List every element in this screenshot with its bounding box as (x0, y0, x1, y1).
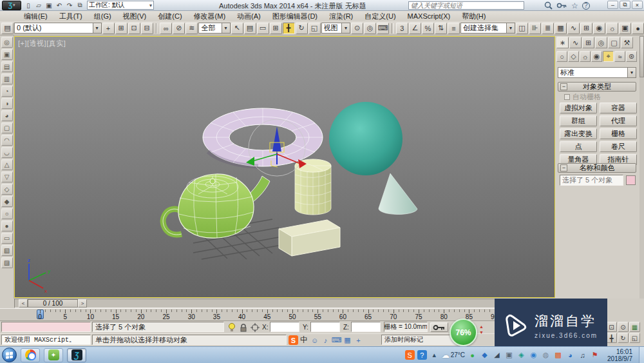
close-button[interactable]: × (632, 1, 643, 9)
time-slider-handle[interactable]: < 0 / 100 > (19, 299, 87, 308)
subtab-lights[interactable]: ☼ (580, 51, 591, 62)
helper-category-combo[interactable]: 标准▾ (558, 67, 636, 78)
named-selection-combo[interactable]: 创建选择集▾ (460, 23, 515, 34)
select-move-icon[interactable]: ╋ (283, 23, 295, 34)
absolute-mode-icon[interactable] (250, 322, 260, 332)
layer-props-icon[interactable]: ⊟ (141, 23, 153, 34)
render-production-icon[interactable]: ● (632, 23, 644, 34)
weather-widget[interactable]: ☁27°C (442, 351, 465, 360)
left-toolbar-icon[interactable]: ◠ (1, 135, 13, 146)
spinner-snap-icon[interactable]: ⇅ (435, 23, 447, 34)
key-icon[interactable] (556, 2, 567, 9)
menu-item[interactable]: 工具(T) (53, 11, 88, 22)
curve-editor-icon[interactable]: ∿ (567, 23, 580, 34)
sogou-voice-icon[interactable]: ♪ (321, 335, 330, 345)
help-tray-icon[interactable]: ? (417, 350, 427, 360)
menu-item[interactable]: 帮助(H) (456, 11, 491, 22)
subtab-helpers[interactable]: ⌖ (603, 51, 614, 62)
coord-system-combo[interactable]: 视图▾ (321, 23, 351, 34)
left-toolbar-icon[interactable]: ○ (1, 208, 13, 219)
y-coordinate-field[interactable] (310, 322, 340, 332)
object-name-field[interactable]: 选择了 5 个对象 (560, 175, 623, 186)
left-toolbar-icon[interactable]: ◑ (1, 98, 13, 109)
left-toolbar-icon[interactable]: ◡ (1, 147, 13, 158)
new-scene-button[interactable]: ▯ (23, 1, 33, 10)
ime-mode-indicator[interactable]: 中 (300, 335, 308, 346)
spinner-arrows[interactable]: ▲▼ (479, 324, 484, 335)
window-crossing-icon[interactable]: ⊞ (270, 23, 282, 34)
zoom-extents-icon[interactable]: ⊡ (606, 322, 617, 332)
left-toolbar-icon[interactable]: ▣ (1, 49, 13, 60)
start-button[interactable] (2, 348, 17, 362)
menu-item[interactable]: 创建(C) (152, 11, 187, 22)
volume-icon[interactable]: ♫ (578, 350, 587, 360)
selection-lock-icon[interactable] (238, 322, 249, 332)
select-object-icon[interactable]: ↖ (231, 23, 243, 34)
sogou-emoji-icon[interactable]: ☺ (310, 335, 319, 345)
left-toolbar-icon[interactable]: △ (1, 159, 13, 170)
viewport-label[interactable]: [+][透视][真实] (18, 39, 66, 48)
left-toolbar-icon[interactable]: ▽ (1, 172, 13, 182)
helper-object-button[interactable]: 露出变换 (560, 128, 597, 139)
maximize-viewport-icon[interactable]: ◱ (629, 333, 640, 343)
tab-display[interactable]: ▢ (608, 37, 620, 48)
helper-object-button[interactable]: 代理 (600, 115, 637, 126)
layer-combo[interactable]: 0 (默认)▾ (14, 23, 102, 34)
select-rotate-icon[interactable]: ↻ (296, 23, 308, 34)
rendered-frame-icon[interactable]: ▣ (619, 23, 631, 34)
tab-modify[interactable]: ∿ (569, 37, 582, 48)
helper-object-button[interactable]: 点 (560, 141, 597, 152)
kbd-override-icon[interactable]: ⌨ (377, 23, 389, 34)
spin-down-icon[interactable]: ▼ (479, 330, 484, 335)
time-slider-track[interactable]: < 0 / 100 > (14, 299, 555, 308)
field-of-view-icon[interactable]: ⊙ (618, 322, 629, 332)
selection-filter-combo[interactable]: 全部▾ (198, 23, 230, 34)
redo-button[interactable]: ↷ (64, 1, 75, 10)
tab-utilities[interactable]: ⚒ (621, 37, 633, 48)
tray-icon-orange[interactable]: ▩ (553, 350, 563, 360)
add-to-layer-icon[interactable]: ⊞ (115, 23, 128, 34)
sogou-logo-icon[interactable]: S (289, 335, 298, 345)
menu-item[interactable]: 自定义(U) (359, 11, 401, 22)
sphere-object[interactable] (329, 102, 402, 175)
align-icon[interactable]: ⊪ (529, 23, 541, 34)
ribbon-icon[interactable]: ▦ (554, 23, 567, 34)
edit-selsets-icon[interactable]: ≡ (448, 23, 460, 34)
maxscript-mini-listener[interactable] (1, 322, 91, 332)
left-toolbar-icon[interactable]: ▤ (1, 61, 13, 72)
left-toolbar-icon[interactable]: ▢ (1, 123, 13, 133)
search-icon[interactable] (544, 1, 553, 10)
subtab-cameras[interactable]: ◉ (591, 51, 602, 62)
taskbar-clock[interactable]: 16:01 2018/9/7 (607, 348, 632, 362)
tray-expand-icon[interactable]: ▴ (430, 350, 439, 360)
left-toolbar-icon[interactable]: ◕ (1, 110, 13, 121)
menu-item[interactable]: 视图(V) (117, 11, 153, 22)
action-center-flag-icon[interactable]: ⚑ (590, 350, 600, 360)
render-setup-icon[interactable]: ☼ (606, 23, 618, 34)
select-scale-icon[interactable]: ◱ (308, 23, 321, 34)
helper-object-button[interactable]: 栅格 (600, 128, 637, 139)
z-coordinate-field[interactable] (351, 322, 381, 332)
left-toolbar-icon[interactable]: ● (1, 221, 13, 231)
select-in-layer-icon[interactable]: ⊡ (128, 23, 140, 34)
collapse-icon[interactable]: − (560, 164, 567, 172)
help-icon[interactable]: ? (582, 2, 590, 10)
rect-region-icon[interactable]: ▭ (257, 23, 269, 34)
tray-icon-circle[interactable]: ◉ (529, 350, 538, 360)
sogou-toolbox-icon[interactable]: ▦ (343, 335, 352, 345)
prev-frame-button[interactable]: < (19, 299, 28, 308)
undo-button[interactable]: ↶ (54, 1, 64, 10)
taskbar-chrome-button[interactable] (21, 348, 40, 362)
new-layer-icon[interactable]: + (102, 23, 115, 34)
left-toolbar-icon[interactable]: ◔ (1, 86, 13, 97)
scrollbar-thumb[interactable] (639, 36, 644, 77)
unlink-icon[interactable]: ⊘ (173, 23, 185, 34)
name-color-rollout[interactable]: −名称和颜色 (558, 163, 636, 173)
infocenter-search-input[interactable] (408, 1, 524, 10)
mirror-icon[interactable]: ◫ (516, 23, 528, 34)
taskbar-3dsmax-button[interactable]: Ʒ (67, 348, 86, 362)
left-toolbar-icon[interactable]: ◎ (1, 37, 13, 48)
object-type-rollout[interactable]: −对象类型 (558, 82, 636, 92)
menu-item[interactable]: 编辑(E) (18, 11, 53, 22)
network-icon[interactable]: ◢ (492, 350, 502, 360)
